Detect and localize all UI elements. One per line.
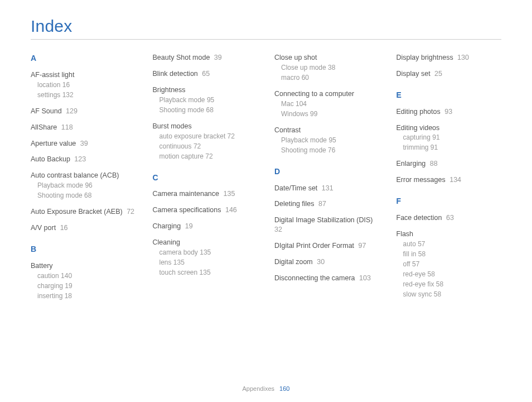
subitem-label: motion capture <box>159 152 204 160</box>
entry-label: Aperture value <box>31 140 76 147</box>
index-entry-group: AF-assist lightlocation 16settings 132 <box>31 70 136 100</box>
subitem-label: Playback mode <box>281 136 327 144</box>
subitem-page: 57 <box>410 260 420 268</box>
index-entry: Editing photos 93 <box>396 107 502 117</box>
entry-page: 30 <box>315 258 325 266</box>
entry-label: Auto Exposure Bracket (AEB) <box>31 208 123 216</box>
entry-page: 88 <box>428 160 437 168</box>
entry-label: Editing videos <box>396 123 502 133</box>
entry-page: 93 <box>443 108 452 116</box>
entry-subitem: Mac 104 <box>281 99 380 109</box>
index-column: Display brightness 130Display set 25EEdi… <box>396 53 502 308</box>
page-title: Index <box>31 17 501 36</box>
entry-label: Face detection <box>396 214 442 222</box>
index-entry-group: ContrastPlayback mode 95Shooting mode 76 <box>274 126 380 155</box>
subitem-page: 91 <box>429 143 438 151</box>
entry-label: Charging <box>153 222 181 230</box>
footer-section: Appendixes <box>243 385 275 392</box>
index-entry: Auto Backup 123 <box>31 155 136 164</box>
entry-subitem: off 57 <box>403 259 502 269</box>
title-rule <box>31 39 501 40</box>
index-column: Close up shotClose up mode 38macro 60Con… <box>274 53 380 308</box>
index-entry-group: Connecting to a computerMac 104Windows 9… <box>274 89 380 119</box>
entry-subitem: auto exposure bracket 72 <box>159 131 258 141</box>
index-entry: Deleting files 87 <box>274 199 380 209</box>
subitem-page: 72 <box>204 152 213 160</box>
index-column: AAF-assist lightlocation 16settings 132A… <box>31 53 136 308</box>
subitem-page: 60 <box>299 74 309 82</box>
entry-subitem: capturing 91 <box>403 132 502 142</box>
subitem-page: 96 <box>83 181 93 189</box>
subitem-page: 135 <box>198 248 211 256</box>
index-entry-group: Close up shotClose up mode 38macro 60 <box>274 53 380 83</box>
subitem-label: slow sync <box>403 290 432 298</box>
entry-label: Blink detection <box>153 70 198 78</box>
subitem-label: auto exposure bracket <box>159 132 226 140</box>
entry-subitem: trimming 91 <box>403 142 502 152</box>
section-letter: A <box>31 53 136 64</box>
entry-label: Enlarging <box>396 160 426 168</box>
index-columns: AAF-assist lightlocation 16settings 132A… <box>31 53 501 308</box>
subitem-page: 76 <box>326 146 336 154</box>
entry-page: 118 <box>59 123 72 131</box>
subitem-label: Shooting mode <box>37 192 83 199</box>
entry-label: Burst modes <box>153 122 258 131</box>
entry-subitem: charging 19 <box>37 281 136 291</box>
entry-label: Date/Time set <box>274 184 317 192</box>
index-entry: Aperture value 39 <box>31 139 136 149</box>
index-entry: Digital Image Stabilization (DIS) 32 <box>274 216 380 234</box>
index-entry: Error messages 134 <box>396 175 502 185</box>
subitem-label: fill in <box>403 250 417 258</box>
entry-label: Camera specifications <box>153 206 221 214</box>
entry-page: 103 <box>357 274 371 282</box>
entry-label: Auto contrast balance (ACB) <box>31 171 136 180</box>
entry-label: Camera maintenance <box>153 190 220 198</box>
entry-subitem: continuous 72 <box>159 141 258 151</box>
subitem-page: 72 <box>225 132 235 140</box>
index-entry: Digital zoom 30 <box>274 257 380 267</box>
entry-subitem: Playback mode 96 <box>37 180 136 190</box>
subitem-label: Close up mode <box>281 64 326 71</box>
subitem-label: trimming <box>403 143 429 151</box>
subitem-page: 104 <box>294 100 307 108</box>
subitem-page: 95 <box>327 136 336 144</box>
entry-page: 87 <box>317 200 326 208</box>
subitem-page: 72 <box>192 142 201 150</box>
entry-label: Display set <box>396 70 431 78</box>
entry-page: 39 <box>212 54 221 61</box>
entry-subitem: red-eye 58 <box>403 269 502 279</box>
entry-subitem: location 16 <box>37 80 136 90</box>
entry-label: A/V port <box>31 224 56 232</box>
index-entry: Face detection 63 <box>396 213 502 223</box>
subitem-label: Mac <box>281 100 294 108</box>
entry-label: Cleaning <box>153 238 258 247</box>
subitem-page: 38 <box>326 64 336 71</box>
index-entry: Display brightness 130 <box>396 53 502 63</box>
entry-page: 32 <box>274 226 282 233</box>
entry-page: 25 <box>433 70 442 78</box>
entry-page: 123 <box>72 155 86 163</box>
entry-label: DIgital Print Order Format <box>274 242 354 250</box>
subitem-page: 135 <box>197 269 210 276</box>
entry-subitem: touch screen 135 <box>159 267 258 277</box>
footer-page-number: 160 <box>279 385 289 392</box>
entry-label: AF Sound <box>31 107 62 115</box>
subitem-page: 99 <box>308 110 318 118</box>
entry-label: Editing photos <box>396 108 441 116</box>
index-entry-group: Auto contrast balance (ACB)Playback mode… <box>31 171 136 200</box>
subitem-page: 58 <box>417 250 426 258</box>
entry-label: Battery <box>31 261 136 271</box>
entry-label: Display brightness <box>396 54 453 61</box>
subitem-page: 132 <box>60 91 73 99</box>
entry-label: AllShare <box>31 123 57 131</box>
entry-label: Beauty Shot mode <box>153 54 210 61</box>
entry-page: 65 <box>200 70 210 78</box>
subitem-label: Shooting mode <box>281 146 326 154</box>
subitem-label: caution <box>37 272 59 280</box>
entry-label: Deleting files <box>274 200 315 208</box>
subitem-page: 140 <box>59 272 72 280</box>
index-entry-group: Cleaningcamera body 135lens 135touch scr… <box>153 238 258 277</box>
subitem-label: location <box>37 81 60 89</box>
index-entry: Beauty Shot mode 39 <box>153 53 258 63</box>
entry-page: 39 <box>78 140 88 147</box>
